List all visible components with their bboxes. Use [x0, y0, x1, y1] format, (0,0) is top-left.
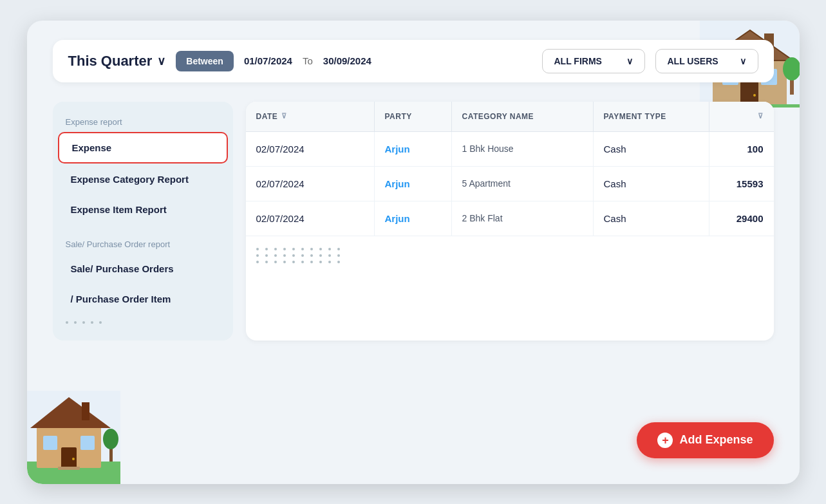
sidebar-item-expense-category[interactable]: Expense Category Report [58, 165, 228, 194]
sidebar-item-expense-item[interactable]: Expense Item Report [58, 195, 228, 224]
col-payment: PAYMENT TYPE [594, 102, 709, 131]
date-filter-icon[interactable]: ⊽ [281, 112, 287, 120]
firms-chevron-icon: ∨ [626, 56, 633, 66]
table-row: 02/07/2024 Arjun 5 Apartment Cash 15593 [246, 167, 774, 201]
sidebar-item-sale-purchase[interactable]: Sale/ Purchase Orders [58, 254, 228, 283]
table-header: DATE ⊽ PARTY CATEGORY NAME PAYMENT TYPE … [246, 102, 774, 132]
date-from: 01/07/2024 [244, 55, 292, 66]
users-chevron-icon: ∨ [740, 56, 746, 66]
add-expense-button[interactable]: + Add Expense [637, 422, 773, 458]
svg-rect-18 [80, 436, 95, 450]
quarter-label: This Quarter [68, 53, 153, 70]
svg-point-7 [753, 94, 756, 97]
svg-point-20 [72, 458, 75, 460]
cell-payment-2: Cash [594, 167, 709, 201]
chevron-down-icon: ∨ [157, 54, 165, 68]
sidebar: Expense report Expense Expense Category … [53, 102, 233, 341]
cell-amount-2: 15593 [709, 167, 774, 201]
users-dropdown[interactable]: ALL USERS ∨ [655, 49, 758, 73]
cell-party-1: Arjun [375, 132, 452, 166]
to-label: To [303, 55, 313, 66]
house-image-bottom-left [27, 391, 120, 484]
cell-date-3: 02/07/2024 [246, 201, 375, 236]
svg-rect-16 [82, 402, 89, 420]
sidebar-item-expense[interactable]: Expense [58, 132, 228, 163]
decorative-dots-middle [246, 236, 774, 275]
filter-bar: This Quarter ∨ Between 01/07/2024 To 30/… [53, 40, 774, 82]
cell-category-2: 5 Apartment [452, 167, 594, 201]
cell-party-2: Arjun [375, 167, 452, 201]
add-icon: + [657, 433, 673, 448]
svg-rect-21 [58, 467, 80, 470]
table-row: 02/07/2024 Arjun 1 Bhk House Cash 100 [246, 132, 774, 167]
amount-filter-icon[interactable]: ⊽ [758, 112, 764, 120]
between-badge: Between [176, 51, 234, 71]
svg-point-23 [103, 429, 118, 449]
users-label: ALL USERS [668, 56, 718, 66]
col-category: CATEGORY NAME [452, 102, 594, 131]
app-container: This Quarter ∨ Between 01/07/2024 To 30/… [27, 21, 800, 484]
cell-amount-1: 100 [709, 132, 774, 166]
expense-table: DATE ⊽ PARTY CATEGORY NAME PAYMENT TYPE … [246, 102, 774, 341]
col-amount: ⊽ [709, 102, 774, 131]
firms-label: ALL FIRMS [554, 56, 602, 66]
cell-amount-3: 29400 [709, 201, 774, 236]
cell-payment-1: Cash [594, 132, 709, 166]
svg-rect-19 [61, 447, 77, 468]
col-party: PARTY [375, 102, 452, 131]
add-expense-label: Add Expense [679, 433, 753, 447]
table-row: 02/07/2024 Arjun 2 Bhk Flat Cash 29400 [246, 201, 774, 236]
main-content: Expense report Expense Expense Category … [53, 102, 774, 341]
firms-dropdown[interactable]: ALL FIRMS ∨ [542, 49, 645, 73]
cell-date-1: 02/07/2024 [246, 132, 375, 166]
cell-payment-3: Cash [594, 201, 709, 236]
expense-report-section-label: Expense report [53, 112, 233, 131]
quarter-selector[interactable]: This Quarter ∨ [68, 53, 166, 70]
cell-category-3: 2 Bhk Flat [452, 201, 594, 236]
sale-report-section-label: Sale/ Purchase Order report [53, 234, 233, 253]
cell-date-2: 02/07/2024 [246, 167, 375, 201]
svg-rect-17 [43, 436, 57, 450]
cell-party-3: Arjun [375, 201, 452, 236]
date-to: 30/09/2024 [323, 55, 371, 66]
cell-category-1: 1 Bhk House [452, 132, 594, 166]
sidebar-item-purchase-item[interactable]: / Purchase Order Item [58, 285, 228, 313]
col-date: DATE ⊽ [246, 102, 375, 131]
